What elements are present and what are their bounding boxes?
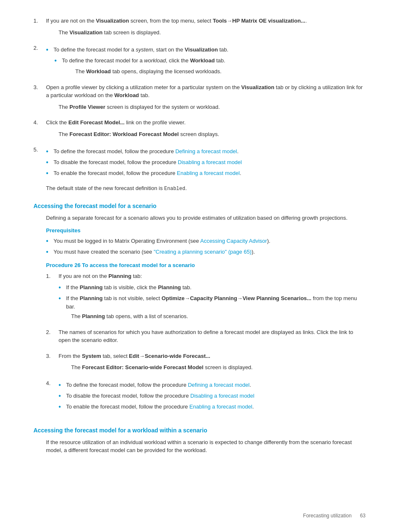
link-enabling-forecast-2[interactable]: Enabling a forecast model: [189, 403, 252, 410]
tools-bold: Tools→HP Matrix OE visualization...: [213, 18, 305, 24]
proc-step-4-content: • To define the forecast model, follow t…: [59, 379, 366, 414]
prereq-list: • You must be logged in to Matrix Operat…: [46, 237, 366, 257]
proc-step-4-bullets: • To define the forecast model, follow t…: [59, 381, 366, 412]
step-5-bullet-1: • To define the forecast model, follow t…: [46, 147, 366, 157]
step-number-1: 1.: [33, 17, 46, 40]
step-1-text: If you are not on the Visualization scre…: [46, 17, 366, 25]
prereq-1-text: You must be logged in to Matrix Operatin…: [54, 237, 270, 245]
proc-heading: Procedure 26 To access the forecast mode…: [46, 261, 366, 270]
proc-step-4-bullet-1-text: To define the forecast model, follow the…: [66, 381, 251, 389]
proc-step-4-bullet-1: • To define the forecast model, follow t…: [59, 381, 366, 390]
proc-step-number-4: 4.: [46, 379, 59, 414]
link-disabling-forecast[interactable]: Disabling a forecast model: [178, 159, 242, 165]
step-2-sub: The Workload tab opens, displaying the l…: [75, 67, 366, 76]
step-4-text: Click the Edit Forecast Model... link on…: [46, 118, 366, 127]
proc-step-2-text: The names of scenarios for which you hav…: [59, 328, 366, 344]
step-2-bullet-1: • To define the forecast model for a sys…: [46, 46, 366, 55]
proc-step-number-3: 3.: [46, 352, 59, 375]
proc-step-number-2: 2.: [46, 328, 59, 348]
bullet-icon-p2: •: [46, 247, 54, 257]
footer-right: 63: [360, 512, 366, 519]
step-number-2: 2.: [33, 44, 46, 79]
default-state-code: Enabled: [164, 186, 185, 192]
proc-step-4: 4. • To define the forecast model, follo…: [46, 379, 366, 414]
step-5-bullet-1-text: To define the forecast model, follow the…: [54, 147, 238, 156]
link-disabling-forecast-2[interactable]: Disabling a forecast model: [190, 393, 254, 399]
section2-body: If the resource utilization of an indivi…: [46, 438, 366, 455]
proc-step-4-bullet-2-text: To disable the forecast model, follow th…: [66, 392, 254, 400]
footer-left: Forecasting utilization: [303, 512, 352, 519]
step-3: 3. Open a profile viewer by clicking a u…: [33, 83, 366, 115]
vis-tab-bold: Visualization: [69, 29, 102, 36]
main-content: 1. If you are not on the Visualization s…: [33, 17, 366, 455]
proc-step-1-bullet-1: • If the Planning tab is visible, click …: [59, 283, 366, 293]
bullet-icon-ps4-1: •: [59, 380, 66, 390]
prereq-1: • You must be logged in to Matrix Operat…: [46, 237, 366, 246]
proc-step-2-content: The names of scenarios for which you hav…: [59, 328, 366, 348]
step-5-content: • To define the forecast model, follow t…: [46, 146, 366, 180]
prereq-2-text: You must have created the scenario (see …: [54, 248, 255, 256]
step-1: 1. If you are not on the Visualization s…: [33, 17, 366, 40]
bullet-icon-ps1-1: •: [59, 283, 66, 293]
step-5-bullet-2: • To disable the forecast model, follow …: [46, 158, 366, 167]
step-5-bullet-3-text: To enable the forecast model, follow the…: [54, 169, 241, 177]
bullet-icon-ps4-2: •: [59, 391, 66, 401]
step-5-bullet-2-text: To disable the forecast model, follow th…: [54, 158, 242, 167]
step-4-sub: The Forecast Editor: Workload Forecast M…: [59, 130, 366, 139]
step-2-content: • To define the forecast model for a sys…: [46, 44, 366, 79]
link-creating-scenario[interactable]: "Creating a planning scenario" (page 65): [153, 249, 251, 255]
default-state-text: The default state of the new forecast de…: [46, 184, 366, 193]
step-5-bullets: • To define the forecast model, follow t…: [46, 147, 366, 178]
proc-step-3-content: From the System tab, select Edit→Scenari…: [59, 352, 366, 375]
link-accessing-capacity[interactable]: Accessing Capacity Advisor: [200, 238, 267, 244]
bullet-icon-ps1-2: •: [59, 293, 66, 303]
bullet-icon-5-2: •: [46, 157, 54, 167]
sub-bullet-icon-1: •: [54, 56, 62, 66]
step-number-5: 5.: [33, 146, 46, 180]
step-2: 2. • To define the forecast model for a …: [33, 44, 366, 79]
step-3-sub: The Profile Viewer screen is displayed f…: [59, 103, 366, 111]
bullet-icon-1: •: [46, 45, 54, 55]
bullet-icon-ps4-3: •: [59, 402, 66, 412]
step-number-3: 3.: [33, 83, 46, 115]
section2-heading: Accessing the forecast model for a workl…: [33, 426, 366, 435]
step-3-content: Open a profile viewer by clicking a util…: [46, 83, 366, 115]
proc-step-1-bullet-1-text: If the Planning tab is visible, click th…: [66, 283, 192, 292]
section1-para: Defining a separate forecast for a scena…: [46, 214, 366, 222]
link-defining-forecast-2[interactable]: Defining a forecast model: [188, 382, 249, 388]
prereq-heading: Prerequisites: [46, 226, 366, 235]
step-2-sub-bullets: • To define the forecast model for a wor…: [54, 57, 366, 66]
footer: Forecasting utilization 63: [303, 512, 366, 519]
proc-step-1-bullets: • If the Planning tab is visible, click …: [59, 283, 366, 311]
step-4-content: Click the Edit Forecast Model... link on…: [46, 118, 366, 141]
section1-body: Defining a separate forecast for a scena…: [46, 214, 366, 414]
proc-step-3: 3. From the System tab, select Edit→Scen…: [46, 352, 366, 375]
section1-heading: Accessing the forecast model for a scena…: [33, 202, 366, 211]
step-4: 4. Click the Edit Forecast Model... link…: [33, 118, 366, 141]
proc-step-4-bullet-2: • To disable the forecast model, follow …: [59, 392, 366, 401]
proc-step-number-1: 1.: [46, 272, 59, 324]
proc-step-3-sub: The Forecast Editor: Scenario-wide Forec…: [71, 363, 366, 372]
bullet-icon-p1: •: [46, 236, 54, 246]
section2-para: If the resource utilization of an indivi…: [46, 438, 366, 455]
step-2-sub-bullet-1-text: To define the forecast model for a workl…: [62, 57, 225, 65]
step-1-sub: The Visualization tab screen is displaye…: [59, 28, 366, 37]
prereq-2: • You must have created the scenario (se…: [46, 248, 366, 257]
step-5: 5. • To define the forecast model, follo…: [33, 146, 366, 180]
proc-step-1-content: If you are not on the Planning tab: • If…: [59, 272, 366, 324]
step-1-content: If you are not on the Visualization scre…: [46, 17, 366, 40]
bullet-icon-5-3: •: [46, 168, 54, 178]
vis-bold-1: Visualization: [96, 18, 129, 24]
step-2-bullet-1-text: To define the forecast model for a syste…: [54, 46, 228, 54]
link-enabling-forecast[interactable]: Enabling a forecast model: [177, 170, 240, 176]
link-defining-forecast[interactable]: Defining a forecast model: [175, 148, 237, 154]
proc-step-1-bullet-2: • If the Planning tab is not visible, se…: [59, 294, 366, 311]
proc-step-1: 1. If you are not on the Planning tab: •…: [46, 272, 366, 324]
proc-step-1-text: If you are not on the Planning tab:: [59, 272, 366, 280]
step-number-4: 4.: [33, 118, 46, 141]
step-5-bullet-3: • To enable the forecast model, follow t…: [46, 169, 366, 178]
proc-step-1-bullet-2-text: If the Planning tab is not visible, sele…: [66, 294, 366, 311]
proc-step-3-text: From the System tab, select Edit→Scenari…: [59, 352, 366, 360]
step-2-bullets: • To define the forecast model for a sys…: [46, 46, 366, 55]
proc-step-2: 2. The names of scenarios for which you …: [46, 328, 366, 348]
